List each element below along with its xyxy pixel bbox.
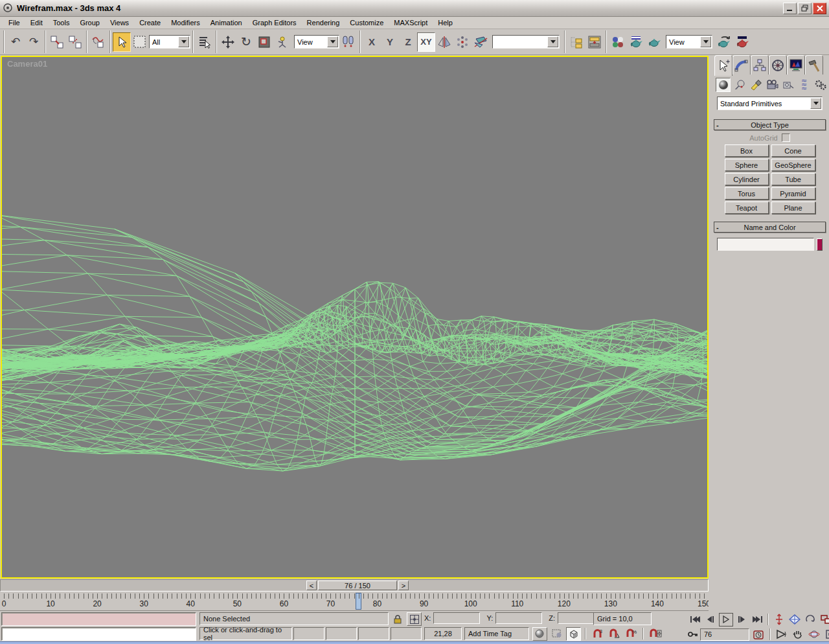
- menu-item[interactable]: Create: [134, 17, 166, 28]
- dropdown-arrow-icon[interactable]: [327, 36, 338, 47]
- menu-item[interactable]: Rendering: [302, 17, 345, 28]
- time-configuration-icon[interactable]: [751, 628, 766, 641]
- go-to-start-icon[interactable]: [688, 613, 702, 627]
- maxscript-mini-listener-pink[interactable]: [1, 612, 196, 626]
- dropdown-arrow-icon[interactable]: [700, 36, 711, 47]
- time-slider-handle[interactable]: < 76 / 150 >: [306, 581, 409, 590]
- key-mode-toggle-icon[interactable]: [688, 628, 698, 641]
- autogrid-checkbox[interactable]: [782, 133, 790, 142]
- category-geometry-icon[interactable]: [716, 78, 731, 92]
- truck-camera-icon[interactable]: [791, 628, 805, 641]
- category-cameras-icon[interactable]: [764, 78, 779, 92]
- category-space-warps-icon[interactable]: ≈≈≈: [797, 78, 812, 92]
- select-and-scale-icon[interactable]: [255, 32, 273, 52]
- tab-create-icon[interactable]: [714, 55, 732, 76]
- redo-icon[interactable]: ↷: [25, 32, 43, 52]
- subcategory-dropdown[interactable]: Standard Primitives: [717, 97, 823, 110]
- quick-render-icon[interactable]: [733, 32, 751, 52]
- selection-filter-dropdown[interactable]: All: [149, 35, 190, 49]
- select-and-manipulate-icon[interactable]: [273, 32, 291, 52]
- dropdown-arrow-icon[interactable]: [178, 36, 189, 47]
- camera-viewport[interactable]: Camera01 Z y x: [1, 56, 709, 579]
- play-animation-icon[interactable]: [719, 613, 733, 627]
- render-scene-icon[interactable]: [627, 32, 645, 52]
- previous-frame-icon[interactable]: [703, 613, 718, 627]
- object-type-button[interactable]: Cone: [771, 144, 815, 157]
- menu-item[interactable]: File: [3, 17, 25, 28]
- tab-hierarchy-icon[interactable]: [751, 55, 769, 75]
- time-slider-label[interactable]: 76 / 150: [318, 581, 397, 590]
- object-name-input[interactable]: [717, 238, 814, 251]
- maxscript-mini-listener-white[interactable]: [1, 627, 196, 641]
- absolute-transform-icon[interactable]: [407, 612, 422, 626]
- unlink-selection-icon[interactable]: [66, 32, 84, 52]
- object-type-button[interactable]: GeoSphere: [771, 159, 815, 171]
- mirror-icon[interactable]: [435, 32, 453, 52]
- menu-item[interactable]: Graph Editors: [247, 17, 302, 28]
- next-frame-arrow[interactable]: >: [398, 581, 409, 590]
- toolbar-grip[interactable]: [3, 30, 5, 53]
- menu-item[interactable]: Help: [433, 17, 458, 28]
- rectangular-selection-region-icon[interactable]: [131, 32, 149, 52]
- object-type-button[interactable]: Tube: [771, 173, 815, 185]
- restrict-xy-plane-button[interactable]: XY: [417, 32, 435, 52]
- coordinate-system-dropdown[interactable]: View: [294, 35, 339, 49]
- object-type-button[interactable]: Pyramid: [771, 187, 815, 200]
- dolly-camera-icon[interactable]: [772, 613, 786, 627]
- angle-snap-magnet-icon[interactable]: [607, 627, 622, 641]
- track-bar[interactable]: 0102030405060708090100110120130140150: [0, 592, 709, 611]
- object-type-button[interactable]: Cylinder: [725, 173, 769, 185]
- y-coordinate-input[interactable]: [495, 612, 542, 624]
- zoom-extents-all-icon[interactable]: [819, 613, 829, 627]
- undo-icon[interactable]: ↶: [6, 32, 25, 52]
- object-type-button[interactable]: Torus: [725, 187, 769, 200]
- dotted-snap-icon[interactable]: [549, 627, 564, 641]
- select-and-link-icon[interactable]: [48, 32, 66, 52]
- object-color-swatch[interactable]: [817, 238, 823, 251]
- menu-item[interactable]: Animation: [205, 17, 247, 28]
- menu-item[interactable]: Modifiers: [166, 17, 205, 28]
- roll-camera-icon[interactable]: [803, 613, 817, 627]
- add-time-tag-button[interactable]: Add Time Tag: [464, 627, 529, 640]
- object-type-rollout-header[interactable]: - Object Type: [714, 119, 826, 130]
- named-selection-sets-dropdown[interactable]: [492, 35, 560, 49]
- open-schematic-view-icon[interactable]: [585, 32, 604, 52]
- menu-item[interactable]: Views: [105, 17, 134, 28]
- collapse-icon[interactable]: -: [716, 224, 719, 231]
- percent-snap-magnet-icon[interactable]: %: [624, 627, 639, 641]
- min-max-viewport-toggle-icon[interactable]: [823, 628, 829, 641]
- x-coordinate-input[interactable]: [433, 612, 480, 624]
- tab-modify-icon[interactable]: [732, 55, 751, 75]
- go-to-end-icon[interactable]: [750, 613, 764, 627]
- selection-lock-icon[interactable]: [392, 612, 403, 626]
- category-systems-icon[interactable]: [813, 78, 828, 92]
- tab-display-icon[interactable]: [787, 55, 805, 75]
- viewport-label[interactable]: Camera01: [7, 59, 47, 69]
- material-editor-icon[interactable]: [609, 32, 627, 52]
- tab-utilities-icon[interactable]: [805, 55, 823, 75]
- orbit-camera-icon[interactable]: [807, 628, 821, 641]
- snap-3d-magnet-icon[interactable]: 3: [590, 627, 605, 641]
- menu-item[interactable]: MAXScript: [389, 17, 433, 28]
- restrict-y-button[interactable]: Y: [381, 32, 399, 52]
- current-frame-field[interactable]: 76: [700, 628, 749, 641]
- next-frame-icon[interactable]: [734, 613, 749, 627]
- array-icon[interactable]: [453, 32, 471, 52]
- previous-frame-arrow[interactable]: <: [306, 581, 317, 590]
- dropdown-arrow-icon[interactable]: [810, 98, 821, 109]
- perspective-icon[interactable]: [788, 613, 802, 627]
- render-last-icon[interactable]: [715, 32, 733, 52]
- field-of-view-icon[interactable]: [775, 628, 789, 641]
- select-object-icon[interactable]: [113, 32, 131, 52]
- close-button[interactable]: [813, 3, 826, 14]
- render-type-dropdown[interactable]: View: [666, 35, 712, 49]
- spinner-snap-magnet-icon[interactable]: [648, 627, 663, 641]
- select-and-rotate-icon[interactable]: ↻: [237, 32, 255, 52]
- open-track-view-icon[interactable]: [567, 32, 585, 52]
- menu-item[interactable]: Tools: [48, 17, 75, 28]
- align-icon[interactable]: [471, 32, 490, 52]
- object-type-button[interactable]: Sphere: [725, 159, 769, 171]
- restrict-z-button[interactable]: Z: [399, 32, 417, 52]
- render-type-icon[interactable]: [645, 32, 663, 52]
- name-color-rollout-header[interactable]: - Name and Color: [714, 222, 826, 233]
